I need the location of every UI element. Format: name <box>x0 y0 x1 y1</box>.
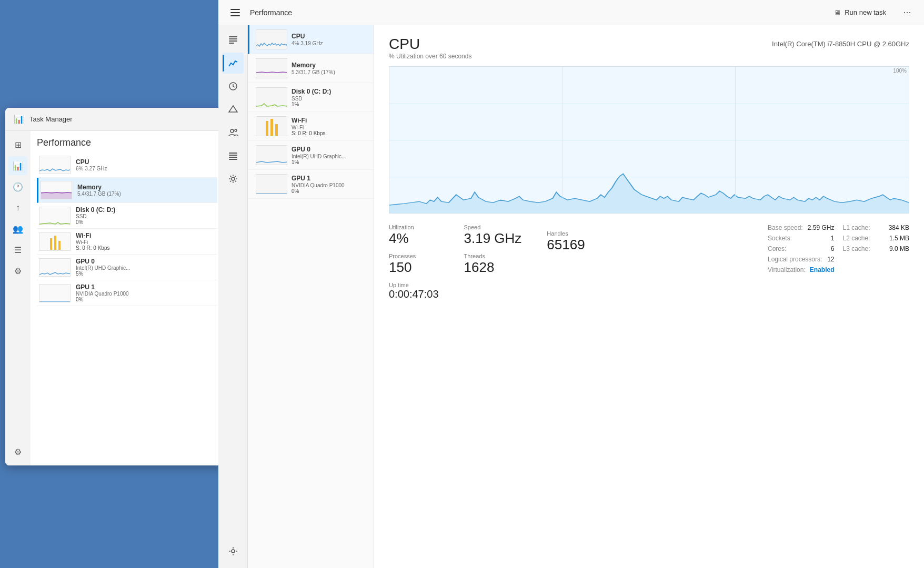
perf-disk-val: 1% <box>292 102 369 107</box>
processes-value: 150 <box>389 259 439 276</box>
threads-label: Threads <box>464 253 522 259</box>
bg-gpu1-val: 0% <box>76 297 215 302</box>
spec-sockets: Sockets: 1 <box>768 235 835 242</box>
perf-cpu-item[interactable]: CPU 4% 3.19 GHz <box>248 25 374 54</box>
cpu-specs: Base speed: 2.59 GHz L1 cache: 384 KB So… <box>768 224 909 273</box>
stat-group-1: Utilization 4% Processes 150 Up time 0:0… <box>389 224 439 300</box>
cpu-detail-panel: CPU % Utilization over 60 seconds Intel(… <box>374 25 924 568</box>
bg-gpu1-item[interactable]: GPU 1 NVIDIA Quadro P1000 0% <box>37 280 217 306</box>
spec-sockets-label: Sockets: <box>768 235 792 242</box>
spec-l1-label: L1 cache: <box>842 224 870 231</box>
bg-gpu0-item[interactable]: GPU 0 Intel(R) UHD Graphic... 5% <box>37 255 217 280</box>
perf-gpu1-val: 0% <box>292 188 369 194</box>
sidebar-details[interactable] <box>223 145 244 166</box>
svg-rect-20 <box>275 124 278 136</box>
processes-label: Processes <box>389 253 439 259</box>
cpu-stats-left: Utilization 4% Processes 150 Up time 0:0… <box>389 224 585 300</box>
processes-block: Processes 150 <box>389 253 439 276</box>
svg-point-16 <box>232 177 235 180</box>
speed-block: Speed 3.19 GHz <box>464 224 522 247</box>
bg-cpu-info: CPU 6% 3.27 GHz <box>76 158 215 171</box>
bg-wifi-item[interactable]: Wi-Fi Wi-Fi S: 0 R: 0 Kbps <box>37 229 217 255</box>
spec-virt: Virtualization: Enabled <box>768 266 835 273</box>
uptime-label: Up time <box>389 282 439 288</box>
svg-rect-19 <box>270 119 273 136</box>
run-new-task-button[interactable]: 🖥 Run new task <box>828 5 892 20</box>
bg-memory-info: Memory 5.4/31.7 GB (17%) <box>77 184 215 197</box>
bg-gpu0-val: 5% <box>76 271 215 277</box>
bg-wifi-name: Wi-Fi <box>76 232 215 239</box>
spec-logical: Logical processors: 12 <box>768 256 835 263</box>
bg-memory-sub: 5.4/31.7 GB (17%) <box>77 191 215 197</box>
perf-cpu-info: CPU 4% 3.19 GHz <box>292 33 369 46</box>
threads-value: 1628 <box>464 259 522 276</box>
bg-nav-users[interactable]: 👥 <box>8 219 27 238</box>
bg-titlebar: 📊 Task Manager <box>5 108 224 131</box>
bg-cpu-item[interactable]: CPU 6% 3.27 GHz <box>37 153 217 178</box>
bg-nav-details[interactable]: ☰ <box>8 240 27 259</box>
handles-label: Handles <box>547 230 585 237</box>
hamburger-line-2 <box>230 12 240 13</box>
bg-memory-item[interactable]: Memory 5.4/31.7 GB (17%) <box>37 178 217 203</box>
svg-rect-13 <box>229 155 237 156</box>
sidebar-performance[interactable] <box>223 53 244 74</box>
svg-rect-2 <box>54 236 56 250</box>
bg-nav-processes[interactable]: ⊞ <box>8 135 27 154</box>
sidebar-processes[interactable] <box>223 29 244 50</box>
bg-memory-name: Memory <box>77 184 215 191</box>
perf-gpu1-item[interactable]: GPU 1 NVIDIA Quadro P1000 0% <box>248 170 374 199</box>
sidebar-services[interactable] <box>223 168 244 189</box>
perf-gpu0-item[interactable]: GPU 0 Intel(R) UHD Graphic... 1% <box>248 141 374 170</box>
hamburger-button[interactable] <box>227 4 244 21</box>
spec-cores-label: Cores: <box>768 245 786 252</box>
sidebar-users[interactable] <box>223 122 244 143</box>
perf-gpu1-info: GPU 1 NVIDIA Quadro P1000 0% <box>292 175 369 194</box>
bg-nav-settings[interactable]: ⚙ <box>8 442 27 461</box>
task-manager-background: 📊 Task Manager ⊞ 📊 🕐 ↑ 👥 ☰ ⚙ ⚙ Performan… <box>5 108 224 465</box>
bg-disk-sub: SSD <box>76 214 215 219</box>
bg-nav-startup[interactable]: ↑ <box>8 198 27 217</box>
svg-rect-15 <box>229 159 237 160</box>
cpu-title: CPU <box>389 36 471 53</box>
stat-group-2: Speed 3.19 GHz Threads 1628 <box>464 224 522 300</box>
bg-gpu0-sub: Intel(R) UHD Graphic... <box>76 265 215 271</box>
perf-disk-info: Disk 0 (C: D:) SSD 1% <box>292 88 369 107</box>
svg-rect-14 <box>229 157 237 158</box>
cpu-header-left: CPU % Utilization over 60 seconds <box>389 36 471 64</box>
perf-gpu0-val: 1% <box>292 159 369 165</box>
bg-nav-services[interactable]: ⚙ <box>8 261 27 280</box>
perf-gpu0-info: GPU 0 Intel(R) UHD Graphic... 1% <box>292 146 369 165</box>
svg-point-10 <box>230 129 234 133</box>
svg-rect-5 <box>229 38 237 39</box>
uptime-block: Up time 0:00:47:03 <box>389 282 439 300</box>
bg-cpu-sparkline <box>39 156 71 174</box>
perf-gpu0-sparkline <box>256 145 287 165</box>
perf-disk-item[interactable]: Disk 0 (C: D:) SSD 1% <box>248 83 374 112</box>
bg-nav: ⊞ 📊 🕐 ↑ 👥 ☰ ⚙ ⚙ <box>5 131 31 465</box>
handles-block: Handles 65169 <box>547 230 585 253</box>
tm-body: CPU 4% 3.19 GHz Memory 5.3/31.7 GB (17%) <box>218 25 924 568</box>
perf-memory-item[interactable]: Memory 5.3/31.7 GB (17%) <box>248 54 374 83</box>
handles-value: 65169 <box>547 237 585 253</box>
spec-l2: L2 cache: 1.5 MB <box>842 235 909 242</box>
perf-gpu0-name: GPU 0 <box>292 146 369 153</box>
spec-l1: L1 cache: 384 KB <box>842 224 909 231</box>
more-button[interactable]: ··· <box>899 4 916 21</box>
spec-l2-val: 1.5 MB <box>889 235 909 242</box>
spec-virt-val: Enabled <box>810 266 835 273</box>
bg-section-title: Performance <box>37 137 217 148</box>
spec-logical-val: 12 <box>827 256 834 263</box>
spec-logical-label: Logical processors: <box>768 256 822 263</box>
bg-disk-sparkline <box>39 207 71 225</box>
sidebar-history[interactable] <box>223 76 244 97</box>
spec-l3: L3 cache: 9.0 MB <box>842 245 909 252</box>
perf-wifi-item[interactable]: Wi-Fi Wi-Fi S: 0 R: 0 Kbps <box>248 112 374 141</box>
graph-max-label: 100% <box>893 68 907 74</box>
bg-nav-history[interactable]: 🕐 <box>8 177 27 196</box>
task-manager-main: Performance 🖥 Run new task ··· <box>218 0 924 568</box>
sidebar-startup[interactable] <box>223 99 244 120</box>
perf-wifi-sparkline <box>256 116 287 136</box>
bg-nav-performance[interactable]: 📊 <box>8 156 27 175</box>
bg-disk-item[interactable]: Disk 0 (C: D:) SSD 0% <box>37 203 217 229</box>
sidebar-settings[interactable] <box>223 541 244 562</box>
